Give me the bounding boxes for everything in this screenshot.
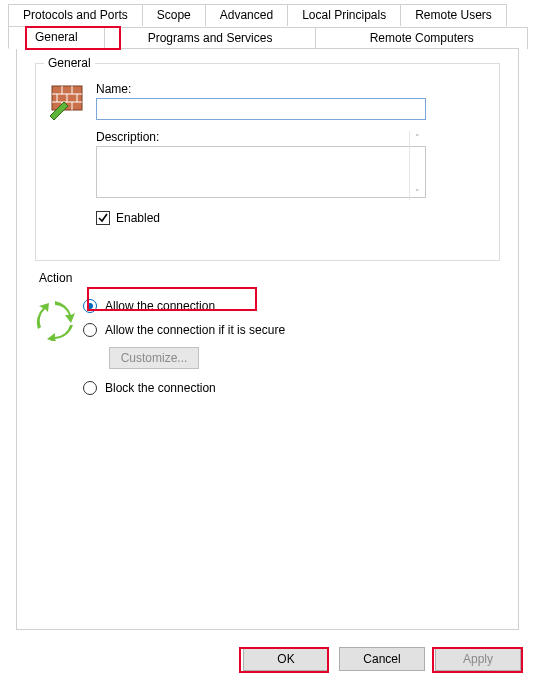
- radio-block-label: Block the connection: [105, 381, 216, 395]
- radio-allow-secure-label: Allow the connection if it is secure: [105, 323, 285, 337]
- name-label: Name:: [96, 82, 487, 96]
- radio-allow[interactable]: [83, 299, 97, 313]
- tab-advanced[interactable]: Advanced: [205, 4, 288, 26]
- scroll-up-icon[interactable]: ˄: [415, 133, 420, 143]
- tab-page-general: General: [16, 48, 519, 630]
- firewall-rule-properties-dialog: Protocols and Ports Scope Advanced Local…: [0, 0, 535, 685]
- tab-protocols-and-ports[interactable]: Protocols and Ports: [8, 4, 143, 26]
- name-input[interactable]: [96, 98, 426, 120]
- tab-remote-users[interactable]: Remote Users: [400, 4, 507, 26]
- customize-button: Customize...: [109, 347, 199, 369]
- enabled-checkbox[interactable]: [96, 211, 110, 225]
- ok-button[interactable]: OK: [243, 647, 329, 671]
- dialog-button-bar: OK Cancel Apply: [243, 647, 521, 671]
- enabled-label: Enabled: [116, 211, 160, 225]
- scroll-down-icon[interactable]: ˅: [415, 188, 420, 198]
- group-general: General: [35, 63, 500, 261]
- group-action-legend: Action: [35, 271, 76, 285]
- firewall-icon: [48, 82, 96, 127]
- radio-allow-secure[interactable]: [83, 323, 97, 337]
- tab-remote-computers[interactable]: Remote Computers: [315, 27, 528, 49]
- apply-button[interactable]: Apply: [435, 647, 521, 671]
- description-input[interactable]: [96, 146, 426, 198]
- tab-scope[interactable]: Scope: [142, 4, 206, 26]
- tab-programs-and-services[interactable]: Programs and Services: [104, 27, 317, 49]
- tab-general[interactable]: General: [8, 26, 105, 49]
- group-general-legend: General: [44, 56, 95, 70]
- group-action: Action Allow the connection: [35, 279, 500, 447]
- recycle-icon: [35, 297, 83, 344]
- cancel-button[interactable]: Cancel: [339, 647, 425, 671]
- radio-block[interactable]: [83, 381, 97, 395]
- description-scrollbar[interactable]: ˄ ˅: [409, 131, 425, 200]
- tab-local-principals[interactable]: Local Principals: [287, 4, 401, 26]
- tab-strip: Protocols and Ports Scope Advanced Local…: [0, 0, 535, 631]
- radio-allow-label: Allow the connection: [105, 299, 215, 313]
- description-label: Description:: [96, 130, 426, 144]
